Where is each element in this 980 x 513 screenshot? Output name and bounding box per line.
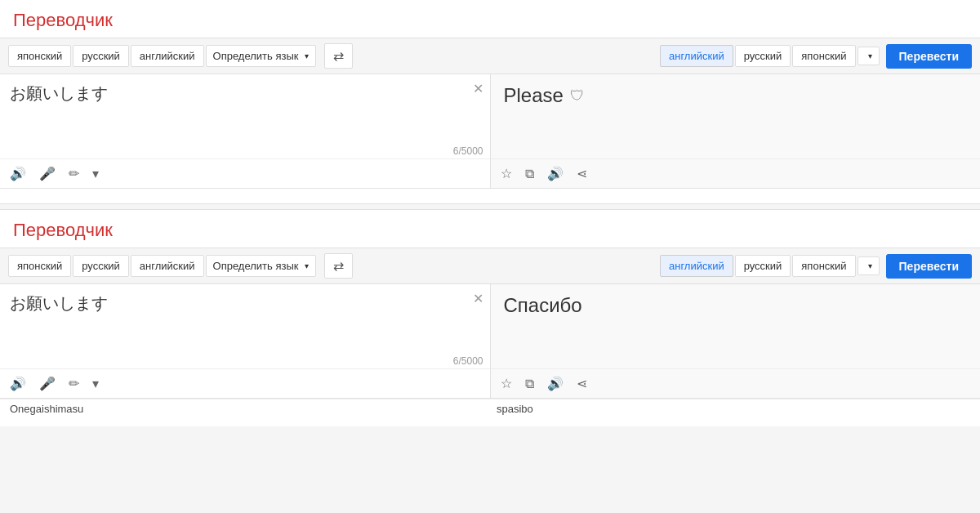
toolbar-1: японский русский английский Определить я… <box>0 38 980 74</box>
chevron-down-icon-2: ▾ <box>305 261 309 270</box>
swap-button-1[interactable]: ⇄ <box>324 43 353 69</box>
translated-word-2: Спасибо <box>504 294 582 317</box>
copy-icon-1[interactable]: ⧉ <box>522 163 537 185</box>
input-pane-1: お願いします ✕ 6/5000 🔊 🎤 ✏ ▾ <box>0 74 491 188</box>
pencil-icon-2[interactable]: ✏ <box>65 372 82 395</box>
translate-button-2[interactable]: Перевести <box>886 254 972 279</box>
input-actions-2: 🔊 🎤 ✏ ▾ <box>0 368 490 398</box>
source-lang-jp-1[interactable]: японский <box>8 45 71 67</box>
romanization-bar: Onegaishimasu spasibo <box>0 399 980 418</box>
mic-icon-2[interactable]: 🎤 <box>36 372 59 395</box>
pencil-icon-1[interactable]: ✏ <box>65 163 82 185</box>
char-count-2: 6/5000 <box>453 355 483 367</box>
speaker-icon-input-2[interactable]: 🔊 <box>7 372 29 395</box>
source-lang-en-2[interactable]: английский <box>131 255 204 277</box>
output-pane-1: Please 🛡 ☆ ⧉ 🔊 ⋖ <box>491 74 981 188</box>
translate-button-1[interactable]: Перевести <box>886 44 972 69</box>
mic-icon-1[interactable]: 🎤 <box>36 163 59 185</box>
separator <box>0 203 980 210</box>
translated-word-1: Please <box>504 84 564 107</box>
speaker-icon-output-2[interactable]: 🔊 <box>544 372 567 395</box>
toolbar-2: японский русский английский Определить я… <box>0 248 980 284</box>
verified-icon-1: 🛡 <box>570 87 585 105</box>
chevron-icon-2[interactable]: ▾ <box>89 372 102 395</box>
page-title-1: Переводчик <box>0 0 980 38</box>
source-lang-detect-1[interactable]: Определить язык ▾ <box>206 45 317 67</box>
clear-button-1[interactable]: ✕ <box>473 81 483 96</box>
source-lang-detect-2[interactable]: Определить язык ▾ <box>206 255 317 277</box>
page-title-2: Переводчик <box>0 210 980 248</box>
target-lang-more-2[interactable]: ▾ <box>858 256 880 275</box>
romanization-left: Onegaishimasu <box>10 403 483 415</box>
source-input-2[interactable]: お願いします <box>0 284 490 366</box>
target-lang-ru-1[interactable]: русский <box>735 45 791 67</box>
input-actions-1: 🔊 🎤 ✏ ▾ <box>0 158 490 188</box>
target-lang-en-2[interactable]: английский <box>660 255 733 277</box>
star-icon-2[interactable]: ☆ <box>497 372 515 395</box>
clear-button-2[interactable]: ✕ <box>473 291 483 306</box>
romanization-right: spasibo <box>483 403 970 415</box>
share-icon-2[interactable]: ⋖ <box>573 372 590 395</box>
target-lang-jp-1[interactable]: японский <box>792 45 855 67</box>
chevron-down-icon: ▾ <box>305 51 309 60</box>
source-lang-en-1[interactable]: английский <box>131 45 204 67</box>
output-actions-1: ☆ ⧉ 🔊 ⋖ <box>491 158 981 188</box>
chevron-icon-1[interactable]: ▾ <box>89 163 102 185</box>
source-lang-ru-1[interactable]: русский <box>73 45 129 67</box>
source-lang-ru-2[interactable]: русский <box>73 255 129 277</box>
speaker-icon-input-1[interactable]: 🔊 <box>7 163 29 185</box>
copy-icon-2[interactable]: ⧉ <box>522 373 537 395</box>
output-pane-2: Спасибо ☆ ⧉ 🔊 ⋖ <box>491 284 981 398</box>
translate-area-2: お願いします ✕ 6/5000 🔊 🎤 ✏ ▾ Спасибо ☆ ⧉ 🔊 <box>0 284 980 399</box>
swap-button-2[interactable]: ⇄ <box>324 253 353 279</box>
target-lang-en-1[interactable]: английский <box>660 45 733 67</box>
chevron-down-icon-target-1: ▾ <box>868 51 872 60</box>
translate-area-1: お願いします ✕ 6/5000 🔊 🎤 ✏ ▾ Please 🛡 ☆ ⧉ <box>0 74 980 189</box>
speaker-icon-output-1[interactable]: 🔊 <box>544 163 567 185</box>
output-actions-2: ☆ ⧉ 🔊 ⋖ <box>491 368 981 398</box>
target-lang-ru-2[interactable]: русский <box>735 255 791 277</box>
star-icon-1[interactable]: ☆ <box>497 163 515 185</box>
share-icon-1[interactable]: ⋖ <box>573 163 590 185</box>
target-lang-more-1[interactable]: ▾ <box>858 47 880 65</box>
chevron-down-icon-target-2: ▾ <box>868 261 872 270</box>
source-lang-jp-2[interactable]: японский <box>8 255 71 277</box>
target-lang-jp-2[interactable]: японский <box>792 255 855 277</box>
output-text-1: Please 🛡 <box>491 74 981 117</box>
source-input-1[interactable]: お願いします <box>0 74 490 156</box>
output-text-2: Спасибо <box>491 284 981 327</box>
input-pane-2: お願いします ✕ 6/5000 🔊 🎤 ✏ ▾ <box>0 284 491 398</box>
char-count-1: 6/5000 <box>453 145 483 157</box>
